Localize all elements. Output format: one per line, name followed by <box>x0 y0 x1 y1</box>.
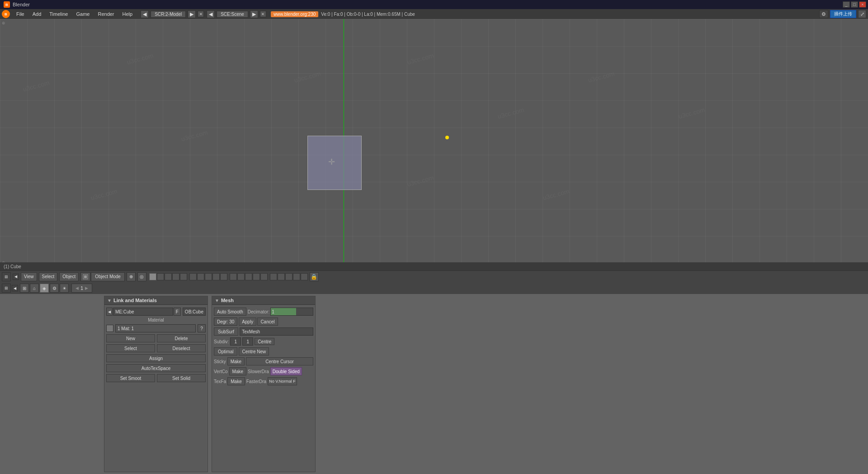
menu-file[interactable]: File <box>13 10 28 18</box>
layer-btn-9[interactable] <box>212 273 220 280</box>
layer-btn-1[interactable] <box>149 273 156 280</box>
deselect-btn[interactable]: Deselect <box>157 344 206 352</box>
subdiv-val2[interactable]: 1 <box>242 337 253 346</box>
menu-render[interactable]: Render <box>94 10 118 18</box>
settings-icon[interactable]: ⚙ <box>819 10 828 18</box>
scene-nav-left[interactable]: ◀ <box>207 10 215 18</box>
scene-selector[interactable]: SCE:Scene <box>217 11 248 18</box>
subsurf-btn[interactable]: SubSurf <box>214 327 238 336</box>
set-solid-btn[interactable]: Set Solid <box>157 374 206 382</box>
layer-btn-5[interactable] <box>180 273 187 280</box>
menu-timeline[interactable]: Timeline <box>46 10 71 18</box>
menu-game[interactable]: Game <box>72 10 93 18</box>
props-icon-5[interactable]: ☀ <box>60 284 69 293</box>
layer-btn-19[interactable] <box>293 273 300 280</box>
collapse-arrow-icon[interactable]: ▼ <box>107 298 112 303</box>
make-sticky-btn[interactable]: Make <box>227 357 245 365</box>
menu-add[interactable]: Add <box>29 10 45 18</box>
me-name-display[interactable]: ME:Cube <box>113 308 173 316</box>
centre-new-btn[interactable]: Centre New <box>239 347 269 356</box>
layer-btn-16[interactable] <box>270 273 277 280</box>
new-btn[interactable]: New <box>106 334 155 342</box>
layer-btn-8[interactable] <box>205 273 212 280</box>
material-name-input[interactable]: 1 Mat: 1 <box>115 324 196 332</box>
maximize-btn[interactable]: □ <box>851 1 858 8</box>
scene-x-btn[interactable]: ✕ <box>260 11 266 17</box>
mesh-collapse-arrow-icon[interactable]: ▼ <box>215 298 219 303</box>
decimator-bar[interactable]: 1 <box>270 308 313 316</box>
no-v-normal-btn[interactable]: No V.Normal F <box>268 377 297 385</box>
auto-smooth-row: Auto Smooth Decimator: 1 <box>212 307 315 317</box>
object-menu[interactable]: Object <box>59 272 79 281</box>
screen-nav-right[interactable]: ▶ <box>188 10 196 18</box>
optimal-btn[interactable]: Optimal <box>214 347 237 356</box>
props-icons: ⊞ ⌂ ◈ ⚙ ☀ <box>20 284 69 293</box>
select-menu[interactable]: Select <box>39 272 58 281</box>
object-mode-dropdown[interactable]: Object Mode <box>91 272 125 281</box>
set-smoot-btn[interactable]: Set Smoot <box>106 374 155 382</box>
layer-btn-18[interactable] <box>285 273 292 280</box>
me-selector: ◀ ME:Cube F <box>106 308 181 316</box>
layer-btn-14[interactable] <box>253 273 260 280</box>
f-btn[interactable]: F <box>174 308 181 316</box>
frame-right-arrow[interactable]: ▶ <box>85 286 88 290</box>
layer-btn-2[interactable] <box>157 273 164 280</box>
layer-btn-11[interactable] <box>230 273 237 280</box>
layer-btn-13[interactable] <box>245 273 252 280</box>
screen-x-btn[interactable]: ✕ <box>198 11 204 17</box>
frame-left-arrow[interactable]: ◀ <box>75 286 79 290</box>
layer-btn-4[interactable] <box>172 273 179 280</box>
layer-btn-17[interactable] <box>278 273 285 280</box>
vertco-label: VertCo <box>214 369 228 374</box>
plugin-upload-btn[interactable]: 插件上传 <box>830 10 856 18</box>
local-icon[interactable]: ◎ <box>137 272 146 281</box>
props-icon-3-active[interactable]: ◈ <box>40 284 49 293</box>
me-left-arrow[interactable]: ◀ <box>106 308 113 316</box>
subdiv-val1[interactable]: 1 <box>230 337 241 346</box>
sticky-row: Sticky Make Centre Cursor <box>212 356 315 366</box>
assign-btn[interactable]: Assign <box>106 354 206 362</box>
props-icon-2[interactable]: ⌂ <box>30 284 39 293</box>
minimize-btn[interactable]: _ <box>843 1 850 8</box>
props-icon-4[interactable]: ⚙ <box>50 284 59 293</box>
viewport-status: (1) Cube <box>4 264 21 269</box>
question-btn[interactable]: ? <box>198 324 206 332</box>
select-btn[interactable]: Select <box>106 344 155 352</box>
status-url[interactable]: www.blender.org:230 <box>271 11 318 17</box>
screen-selector[interactable]: SCR:2-Model <box>151 11 186 18</box>
make-texfa-btn[interactable]: Make <box>227 377 245 385</box>
object-mode-icon[interactable] <box>80 272 90 281</box>
screen-nav-left[interactable]: ◀ <box>141 10 149 18</box>
layer-btn-10[interactable] <box>220 273 227 280</box>
auto-texspace-btn[interactable]: AutoTexSpace <box>106 364 206 372</box>
layer-btn-3[interactable] <box>165 273 172 280</box>
make-vertco-btn[interactable]: Make <box>229 367 246 375</box>
global-icon[interactable]: ⊕ <box>127 272 136 281</box>
delete-btn[interactable]: Delete <box>157 334 206 342</box>
auto-smooth-btn[interactable]: Auto Smooth <box>214 308 246 316</box>
view-mode-icon[interactable]: ⊞ <box>2 272 11 281</box>
apply-btn[interactable]: Apply <box>239 318 256 326</box>
texmesh-input[interactable]: TexMesh <box>240 327 313 336</box>
props-arrow-left[interactable]: ◀ <box>12 285 18 291</box>
view-menu[interactable]: View <box>21 272 37 281</box>
close-btn[interactable]: × <box>859 1 866 8</box>
fullscreen-btn[interactable]: ⤢ <box>858 10 866 18</box>
menu-help[interactable]: Help <box>119 10 137 18</box>
centre-cursor-btn[interactable]: Centre Cursor <box>246 357 313 365</box>
cancel-btn[interactable]: Cancel <box>257 318 278 326</box>
lock-icon[interactable]: 🔒 <box>310 272 319 281</box>
layer-btn-15[interactable] <box>260 273 268 280</box>
degr-display[interactable]: Degr: 30 <box>214 318 237 326</box>
ob-name-display[interactable]: OB:Cube <box>183 308 206 316</box>
layer-btn-6[interactable] <box>189 273 197 280</box>
scene-nav-right[interactable]: ▶ <box>250 10 258 18</box>
layer-btn-12[interactable] <box>237 273 245 280</box>
double-sided-btn[interactable]: Double Sided <box>270 367 302 375</box>
centre-btn[interactable]: Centre <box>255 338 274 345</box>
arrow-left-icon[interactable]: ◀ <box>13 274 19 280</box>
props-mode-icon[interactable]: ⊞ <box>2 284 11 293</box>
props-icon-1[interactable]: ⊞ <box>20 284 29 293</box>
layer-btn-7[interactable] <box>197 273 204 280</box>
layer-btn-20[interactable] <box>301 273 308 280</box>
